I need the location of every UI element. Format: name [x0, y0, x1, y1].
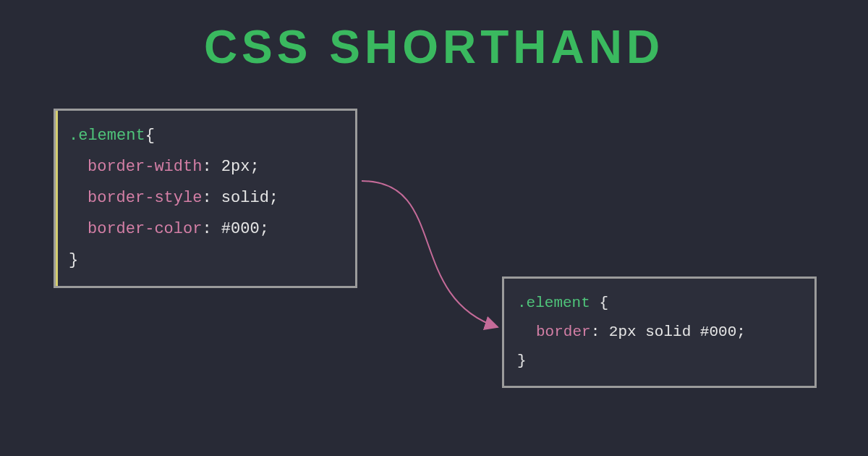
close-brace: } [69, 251, 78, 269]
value-token: #000 [221, 220, 260, 238]
accent-bar [56, 111, 58, 286]
prop-token: border-width [88, 158, 202, 176]
page-title: CSS SHORTHAND [0, 0, 868, 74]
value-token: solid [221, 189, 269, 207]
open-brace: { [599, 295, 608, 311]
selector-token: .element [517, 295, 590, 311]
selector-line: .element { [517, 289, 801, 318]
colon: : [591, 324, 609, 340]
colon: : [202, 189, 221, 207]
decl-line: border: 2px solid #000; [517, 318, 801, 347]
decl-line-2: border-color: #000; [69, 214, 342, 245]
longhand-code-block: .element{ border-width: 2px; border-styl… [54, 109, 357, 288]
semicolon: ; [250, 158, 259, 176]
open-brace: { [145, 127, 155, 145]
decl-line-1: border-style: solid; [69, 183, 342, 214]
decl-line-0: border-width: 2px; [69, 152, 342, 183]
prop-token: border [536, 324, 591, 340]
selector-token: .element [69, 127, 145, 145]
semicolon: ; [260, 220, 269, 238]
close-brace: } [517, 352, 527, 369]
colon: : [202, 220, 221, 238]
shorthand-code-block: .element { border: 2px solid #000; } [502, 276, 817, 388]
semicolon: ; [269, 189, 278, 207]
close-brace-line: } [69, 245, 342, 276]
colon: : [202, 158, 221, 176]
value-token: 2px [221, 158, 250, 176]
prop-token: border-color [88, 220, 202, 238]
close-brace-line: } [517, 347, 801, 376]
value-token: 2px solid #000 [609, 324, 736, 340]
selector-line: .element{ [69, 121, 342, 152]
prop-token: border-style [88, 189, 202, 207]
semicolon: ; [736, 324, 746, 340]
